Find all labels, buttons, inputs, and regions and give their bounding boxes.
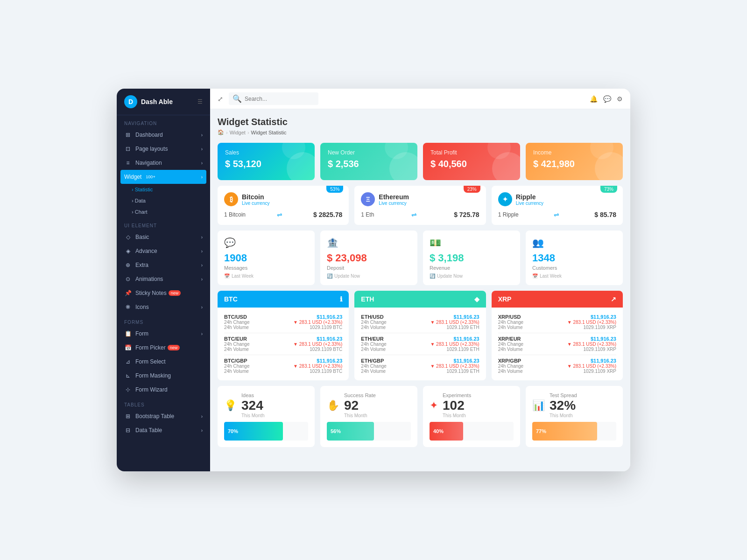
- sidebar-item-extra[interactable]: ⊕ Extra ›: [117, 258, 210, 272]
- ticker-pair: BTC/GBP: [224, 358, 250, 364]
- search-input[interactable]: [245, 96, 315, 102]
- sidebar-item-dashboard[interactable]: ⊞ Dashboard ›: [117, 128, 210, 142]
- crypto-badge: 73%: [600, 186, 617, 193]
- ticker-change-label: 24h Change: [498, 342, 524, 347]
- widget-value: 1348: [532, 252, 616, 264]
- form-icon: 📋: [124, 330, 132, 337]
- ticker-card-btc: BTC ℹ BTC/USD 24h Change 24h Volume $11,…: [218, 291, 349, 380]
- ticker-change-val: ▼ 283.1 USD (+2.33%): [293, 320, 342, 325]
- ticker-vol-val: 1029.1109 ETH: [430, 347, 479, 352]
- breadcrumb-current: Widget Statistic: [251, 130, 287, 135]
- basic-icon: ◇: [124, 234, 132, 240]
- xrp-icon: ✦: [498, 192, 512, 206]
- test-spread-label: Test Spread: [550, 392, 577, 398]
- sidebar-item-data[interactable]: › Data: [117, 195, 210, 206]
- menu-toggle-icon[interactable]: ☰: [197, 98, 203, 105]
- ticker-pair: ETH/GBP: [361, 358, 387, 364]
- breadcrumb: 🏠 › Widget › Widget Statistic: [218, 129, 623, 135]
- home-icon: 🏠: [218, 129, 224, 135]
- sidebar-item-animations[interactable]: ⊙ Animations ›: [117, 272, 210, 286]
- ideas-label: Ideas: [241, 392, 264, 398]
- form-select-icon: ⊿: [124, 358, 132, 365]
- sidebar-item-sticky-notes[interactable]: 📌 Sticky Notes new: [117, 286, 210, 300]
- widget-card-messages: 💬 1908 Messages 📅 Last Week: [218, 231, 315, 285]
- sidebar-item-icons[interactable]: ❋ Icons ›: [117, 300, 210, 314]
- ticker-change-val: ▼ 283.1 USD (+2.33%): [567, 364, 616, 369]
- ticker-vol-val: 1029.1109 BTC: [293, 347, 342, 352]
- test-spread-progress-label: 77%: [536, 428, 546, 434]
- widget-footer: 🔄 Update Now: [327, 273, 411, 279]
- sidebar-item-advance[interactable]: ◈ Advance ›: [117, 244, 210, 258]
- sidebar-item-label: Form Select: [135, 358, 166, 365]
- ticker-row-item: XRP/USD 24h Change 24h Volume $11,916.23…: [498, 311, 616, 333]
- new-badge: new: [168, 345, 180, 350]
- chevron-right-icon: ›: [201, 147, 203, 152]
- extra-icon: ⊕: [124, 262, 132, 268]
- ticker-header-btc: BTC ℹ: [218, 291, 349, 308]
- crypto-card-ethereum: 23% Ξ Ethereum Live currency 1 Eth ⇌ $ 7…: [354, 186, 486, 225]
- refresh-icon: 🔄: [327, 273, 332, 279]
- ticker-price: $11,916.23: [430, 336, 479, 342]
- stats-row: Sales $ 53,120 New Order $ 2,536 Total P…: [218, 143, 623, 180]
- sidebar-item-label: Page layouts: [135, 146, 168, 152]
- ticker-change-label: 24h Change: [224, 364, 250, 369]
- new-badge: new: [169, 290, 181, 296]
- chevron-right-icon: ›: [201, 331, 203, 336]
- sidebar-item-label: Data Table: [135, 427, 162, 434]
- layouts-icon: ⊡: [124, 146, 132, 152]
- stat-card-total-profit: Total Profit $ 40,560: [423, 143, 520, 180]
- sidebar-item-chart[interactable]: › Chart: [117, 206, 210, 217]
- eth-icon: Ξ: [361, 192, 375, 206]
- content-area: Widget Statistic 🏠 › Widget › Widget Sta…: [210, 109, 630, 471]
- info-icon: ℹ: [340, 295, 342, 303]
- ticker-vol-label: 24h Volume: [498, 369, 524, 374]
- btc-title: BTC: [224, 295, 238, 303]
- success-rate-label: Success Rate: [344, 392, 376, 398]
- ticker-row-item: XRP/GBP 24h Change 24h Volume $11,916.23…: [498, 355, 616, 377]
- sidebar-item-data-table[interactable]: ⊟ Data Table ›: [117, 423, 210, 437]
- sidebar-item-page-layouts[interactable]: ⊡ Page layouts ›: [117, 142, 210, 156]
- settings-icon[interactable]: ⚙: [617, 95, 623, 103]
- sidebar-item-label: Advance: [135, 248, 157, 254]
- ticker-vol-label: 24h Volume: [224, 325, 250, 330]
- ticker-vol-val: 1029.1109 XRP: [567, 347, 616, 352]
- test-spread-value: 32%: [550, 398, 577, 413]
- sidebar-item-form-wizard[interactable]: ⊹ Form Wizard: [117, 383, 210, 397]
- expand-icon[interactable]: ⤢: [218, 95, 223, 103]
- crypto-price-row: 1 Eth ⇌ $ 725.78: [361, 211, 479, 218]
- sidebar-item-statistic[interactable]: › Statistic: [117, 184, 210, 195]
- experiments-value: 102: [443, 398, 471, 413]
- sidebar-item-label: › Statistic: [132, 187, 153, 192]
- ticker-price: $11,916.23: [293, 358, 342, 364]
- nav-section-label: NAVIGATION: [117, 115, 210, 128]
- xrp-title: XRP: [498, 295, 512, 303]
- sidebar-item-form[interactable]: 📋 Form ›: [117, 327, 210, 341]
- sidebar-item-navigation[interactable]: ≡ Navigation ›: [117, 156, 210, 170]
- sidebar-item-basic[interactable]: ◇ Basic ›: [117, 230, 210, 244]
- chevron-right-icon: ›: [201, 249, 203, 254]
- chat-icon[interactable]: 💬: [603, 95, 611, 103]
- sidebar-item-bootstrap-table[interactable]: ⊞ Bootstrap Table ›: [117, 409, 210, 423]
- crypto-sub: Live currency: [242, 201, 269, 206]
- ticker-pair: BTC/USD: [224, 314, 250, 320]
- sidebar-item-form-picker[interactable]: 📅 Form Picker new: [117, 341, 210, 355]
- bottom-stat-test-spread: 📊 Test Spread 32% This Month 77%: [526, 386, 623, 447]
- sidebar-item-widget[interactable]: Widget 100+ ›: [120, 170, 206, 184]
- breadcrumb-widget[interactable]: Widget: [230, 130, 246, 135]
- crypto-name: Ethereum: [379, 193, 409, 201]
- widget-value: 1908: [224, 252, 308, 264]
- widget-footer: 📅 Last Week: [532, 273, 616, 279]
- widget-label: Revenue: [430, 265, 514, 271]
- crypto-card-bitcoin: 53% ₿ Bitcoin Live currency 1 Bitcoin ⇌ …: [218, 186, 349, 225]
- sidebar-item-form-masking[interactable]: ⊾ Form Masking: [117, 369, 210, 383]
- crypto-header: ₿ Bitcoin Live currency: [224, 192, 342, 206]
- ticker-row-item: BTC/GBP 24h Change 24h Volume $11,916.23…: [224, 355, 342, 377]
- test-spread-sub: This Month: [550, 413, 577, 418]
- sidebar-item-form-select[interactable]: ⊿ Form Select: [117, 355, 210, 369]
- ticker-price: $11,916.23: [567, 358, 616, 364]
- ticker-row-item: XRP/EUR 24h Change 24h Volume $11,916.23…: [498, 333, 616, 355]
- ticker-body-btc: BTC/USD 24h Change 24h Volume $11,916.23…: [218, 308, 349, 380]
- crypto-header: ✦ Ripple Live currency: [498, 192, 616, 206]
- bell-icon[interactable]: 🔔: [590, 95, 598, 103]
- crypto-price-row: 1 Bitcoin ⇌ $ 2825.78: [224, 211, 342, 218]
